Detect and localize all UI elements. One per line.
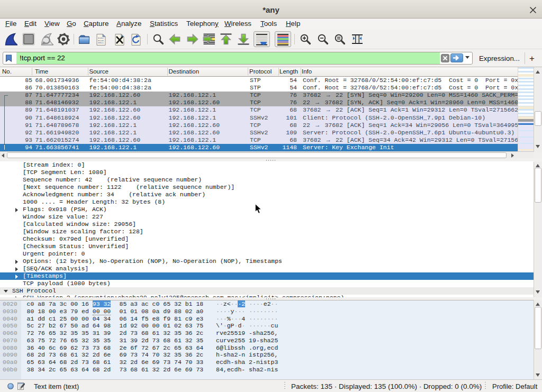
svg-text:0011: 0011: [98, 41, 104, 44]
